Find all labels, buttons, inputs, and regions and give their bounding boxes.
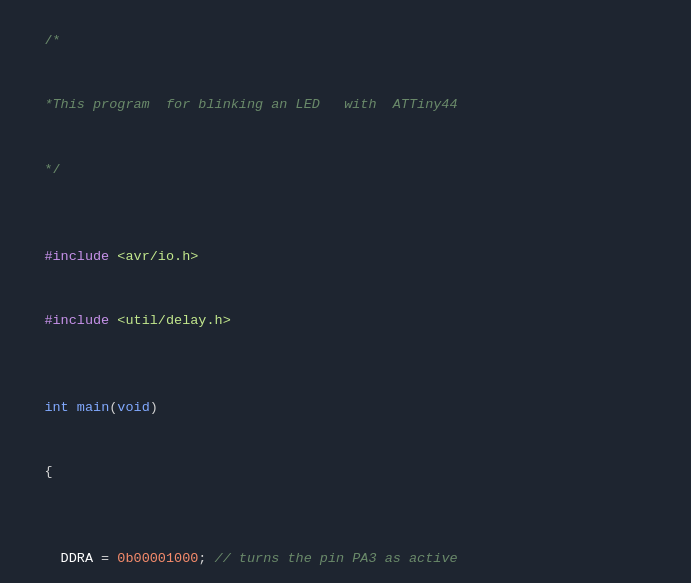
code-line-1: /* [12,8,679,73]
code-line-9: { [12,440,679,505]
code-line-3: */ [12,138,679,203]
code-line-4 [12,202,679,224]
code-line-10 [12,505,679,527]
code-line-11: DDRA = 0b00001000; // turns the pin PA3 … [12,526,679,583]
code-line-5: #include <avr/io.h> [12,224,679,289]
code-line-2: *This program for blinking an LED with A… [12,73,679,138]
code-line-7 [12,354,679,376]
code-line-6: #include <util/delay.h> [12,289,679,354]
code-editor[interactable]: /* *This program for blinking an LED wit… [0,0,691,583]
code-line-8: int main(void) [12,375,679,440]
